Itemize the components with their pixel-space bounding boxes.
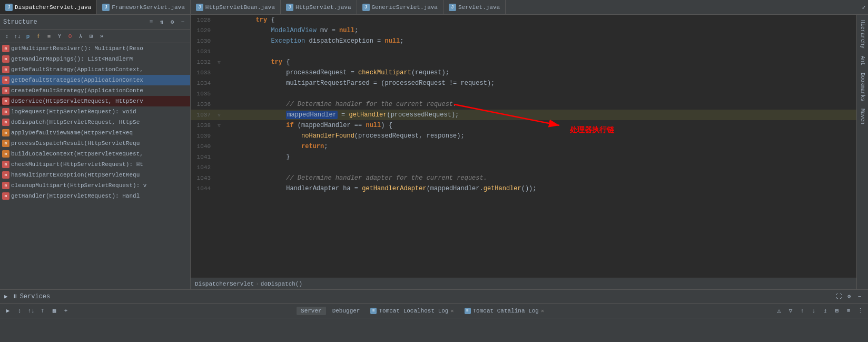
services-settings-icon[interactable]: ⚙ (845, 292, 853, 301)
list-item[interactable]: m doDispatch(HttpServletRequest, HttpSe (0, 117, 190, 128)
method-icon-orange: m (2, 140, 9, 147)
tab-close-btn[interactable]: ✕ (450, 308, 453, 314)
tab-dispatcherservlet[interactable]: J DispatcherServlet.java (0, 0, 97, 14)
list-item[interactable]: m checkMultipart(HttpServletRequest): Ht (0, 159, 190, 170)
static-icon[interactable]: ■ (44, 32, 54, 41)
svc-down-btn[interactable]: ▽ (786, 306, 795, 316)
java-file-icon-4: J (286, 4, 293, 11)
list-item-selected[interactable]: m getDefaultStrategies(ApplicationContex (0, 75, 190, 85)
maven-label[interactable]: Maven (859, 105, 866, 128)
services-toolbar: ▶ ↕ ↑↓ ⊤ ▩ + Server Debugger ≡ Tomcat Lo… (0, 304, 868, 318)
svc-more-btn[interactable]: ⋮ (855, 306, 865, 316)
svc-list-btn[interactable]: ≡ (844, 306, 853, 316)
right-sidebar: Hierarchy Ant Bookmarks Maven (856, 15, 868, 289)
tab-servlet[interactable]: J Servlet.java (443, 0, 506, 14)
list-item[interactable]: m createDefaultStrategy(ApplicationConte (0, 85, 190, 96)
services-expand-icon[interactable]: ⛶ (834, 292, 843, 301)
svc-run-btn[interactable]: ▶ (3, 306, 13, 316)
method-list: m getMultipartResolver(): Multipart(Reso… (0, 43, 190, 289)
code-line-1030: 1030 Exception dispatchException = null; (191, 36, 856, 46)
svc-tab-server[interactable]: Server (297, 307, 326, 315)
log-icon: ≡ (370, 308, 377, 314)
lambda2-icon[interactable]: λ (76, 32, 85, 41)
list-item[interactable]: m logRequest(HttpServletRequest): void (0, 106, 190, 117)
code-line-1028: 1028 try { (191, 15, 856, 25)
settings-icon[interactable]: ⚙ (168, 18, 176, 26)
code-line-1038: 1038 ▽ if (mappedHandler == null) { (191, 120, 856, 131)
suspend-icon[interactable]: ⏸ (12, 293, 18, 300)
filter-icon[interactable]: ⊞ (86, 32, 96, 41)
svc-step-btn[interactable]: ↥ (821, 306, 830, 316)
sort-icon[interactable]: ≡ (147, 18, 155, 26)
lambda-icon[interactable]: O (65, 32, 75, 41)
list-item[interactable]: m applyDefaultViewName(HttpServletReq (0, 128, 190, 138)
code-line-1044: 1044 HandlerAdapter ha = getHandlerAdapt… (191, 183, 856, 194)
svc-tab-localhost-log[interactable]: ≡ Tomcat Localhost Log ✕ (366, 307, 458, 315)
log-icon-2: ≡ (465, 308, 471, 314)
ant-label[interactable]: Ant (859, 53, 866, 69)
method-icon: m (2, 55, 9, 63)
run-icon[interactable]: ▶ (4, 293, 8, 300)
method-icon: m (2, 161, 9, 168)
list-item[interactable]: m getMultipartResolver(): Multipart(Reso (0, 43, 190, 54)
services-panel: ▶ ⏸ Services ⛶ ⚙ − ▶ ↕ ↑↓ ⊤ ▩ + Server D… (0, 289, 868, 342)
svc-grid-btn[interactable]: ⊞ (832, 306, 842, 316)
more-icon[interactable]: » (97, 32, 106, 41)
list-item[interactable]: m getHandler(HttpServletRequest): Handl (0, 191, 190, 201)
method-icon-orange: m (2, 129, 9, 136)
svc-up-btn[interactable]: △ (774, 306, 784, 316)
sort-alpha-icon[interactable]: ⇅ (157, 18, 166, 26)
expand-icon[interactable]: ↕ (2, 32, 12, 41)
code-line-1042: 1042 (191, 162, 856, 173)
svc-sort2-btn[interactable]: ↑↓ (26, 306, 36, 316)
close-icon[interactable]: − (179, 18, 187, 26)
code-line-1029: 1029 ModelAndView mv = null; (191, 25, 856, 36)
code-line-1041: 1041 } (191, 152, 856, 162)
list-item[interactable]: m hasMultipartException(HttpServletRequ (0, 170, 190, 180)
tab-close-btn-2[interactable]: ✕ (541, 308, 544, 314)
code-line-1034: 1034 multipartRequestParsed = (processed… (191, 78, 856, 89)
svc-tab-debugger[interactable]: Debugger (328, 307, 364, 315)
list-item[interactable]: m processDispatchResult(HttpServletRequ (0, 138, 190, 149)
method-icon: m (2, 76, 9, 84)
method-icon: m (2, 87, 9, 94)
code-line-1032: 1032 ▽ try { (191, 57, 856, 67)
svc-download-btn[interactable]: ↓ (809, 306, 818, 316)
tab-httpservletbean[interactable]: J HttpServletBean.java (191, 0, 281, 14)
svc-tab-catalina-log[interactable]: ≡ Tomcat Catalina Log ✕ (460, 307, 548, 315)
services-close-icon[interactable]: − (855, 292, 864, 301)
bookmarks-label[interactable]: Bookmarks (859, 70, 866, 104)
method-icon: m (2, 171, 9, 179)
sort-icon[interactable]: ↑↓ (13, 32, 22, 41)
code-line-1043: 1043 // Determine handler adapter for th… (191, 173, 856, 183)
svc-sort-btn[interactable]: ↕ (15, 306, 24, 316)
svc-filter-btn[interactable]: ⊤ (38, 306, 47, 316)
java-file-icon-2: J (102, 4, 110, 11)
tab-httpservlet[interactable]: J HttpServlet.java (281, 0, 357, 14)
method-icon: m (2, 182, 9, 189)
code-line-1036: 1036 // Determine handler for the curren… (191, 99, 856, 110)
method-icon: m (2, 66, 9, 73)
method-icon: m (2, 119, 9, 126)
code-line-1037: 1037 ▽ mappedHandler = getHandler(proces… (191, 110, 856, 120)
hierarchy-label[interactable]: Hierarchy (859, 17, 866, 52)
list-item[interactable]: m buildLocaleContext(HttpServletRequest, (0, 149, 190, 159)
field-icon[interactable]: f (34, 32, 43, 41)
method-icon: m (2, 97, 9, 105)
list-item-doservice[interactable]: m doService(HttpServletRequest, HttpServ (0, 96, 190, 106)
svc-add-btn[interactable]: + (61, 306, 71, 316)
code-editor[interactable]: 1028 try { 1029 ModelAndView mv = null; (191, 15, 856, 278)
tab-frameworkservlet[interactable]: J FrameworkServlet.java (97, 0, 191, 14)
inherit-icon[interactable]: Y (55, 32, 64, 41)
list-item[interactable]: m getDefaultStrategy(ApplicationContext, (0, 64, 190, 75)
tab-genericservlet[interactable]: J GenericServlet.java (357, 0, 443, 14)
public-icon[interactable]: p (23, 32, 33, 41)
method-icon: m (2, 45, 9, 52)
list-item[interactable]: m getHandlerMappings(): List<HandlerM (0, 54, 190, 64)
code-line-1035: 1035 (191, 89, 856, 99)
svc-upload-btn[interactable]: ↑ (797, 306, 807, 316)
list-item[interactable]: m cleanupMultipart(HttpServletRequest): … (0, 180, 190, 191)
svc-stop-btn[interactable]: ▩ (50, 306, 59, 316)
editor-tabs: J DispatcherServlet.java J FrameworkServ… (0, 0, 868, 15)
checkmark-icon[interactable]: ✓ (860, 0, 868, 15)
